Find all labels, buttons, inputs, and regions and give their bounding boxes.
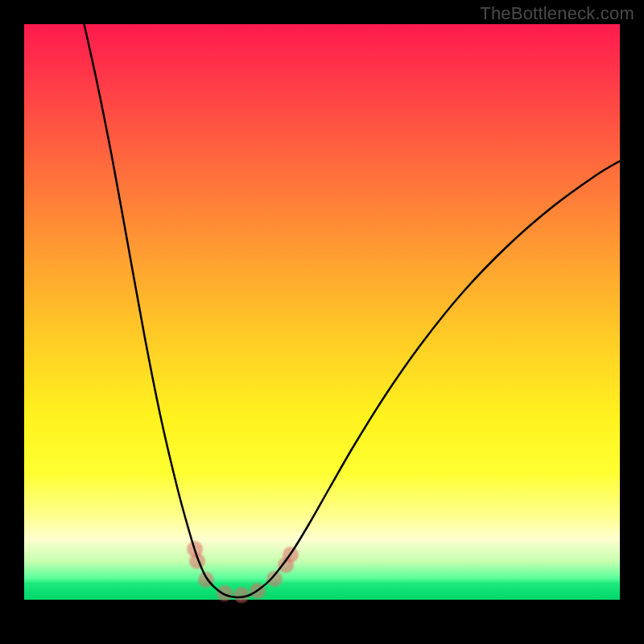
plot-svg [24,24,620,620]
curve-marker [233,587,250,603]
plot-area [24,24,620,620]
curve-marker [217,585,233,601]
curve-marker [266,571,283,587]
bottleneck-curve [80,24,620,597]
watermark-text: TheBottleneck.com [480,3,634,24]
